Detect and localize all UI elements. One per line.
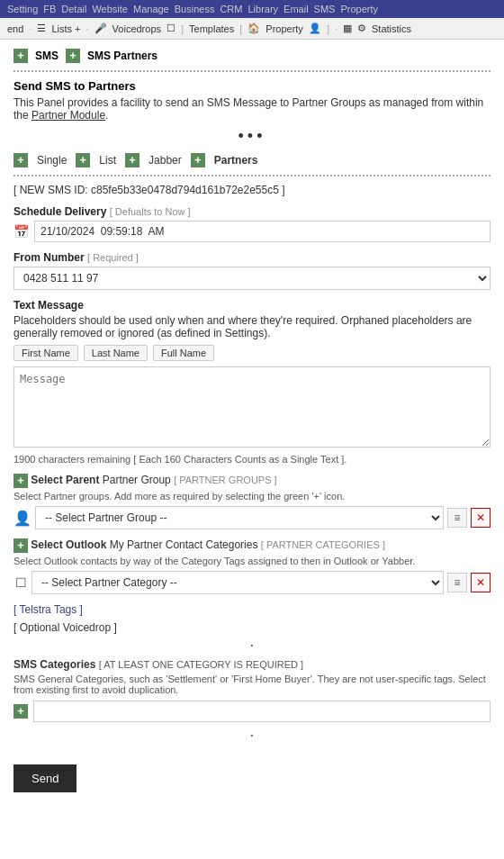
select-partner-description: Select Partner groups. Add more as requi…: [14, 491, 490, 502]
nav-business[interactable]: Business: [175, 4, 215, 14]
nav-lists-icon: ☰: [37, 23, 46, 34]
nav-library[interactable]: Library: [248, 4, 278, 14]
sms-partners-label: SMS Partners: [87, 50, 158, 62]
nav-statistics[interactable]: Statistics: [372, 23, 411, 34]
partner-group-plus-icon[interactable]: +: [14, 474, 28, 488]
nav-detail[interactable]: Detail: [61, 4, 86, 14]
category-add-row: +: [14, 701, 490, 722]
nav-sep-2: ·: [86, 23, 89, 34]
select-outlook-description: Select Outlook contacts by way of the Ca…: [14, 556, 490, 566]
sms-categories: SMS Categories [ AT LEAST ONE CATEGORY I…: [14, 658, 490, 722]
panel-description: This Panel provides a facility to send a…: [14, 96, 490, 122]
select-partner-title: + Select Parent Partner Group [ PARTNER …: [14, 474, 490, 488]
from-number-select[interactable]: 0428 511 11 97: [14, 267, 490, 290]
section-header: + SMS + SMS Partners: [14, 49, 490, 63]
partner-group-select[interactable]: -- Select Partner Group --: [35, 506, 444, 529]
sms-categories-desc: SMS General Categories, such as 'Settlem…: [14, 674, 490, 695]
nav-voicedrops[interactable]: Voicedrops: [112, 23, 161, 34]
outlook-category-select[interactable]: -- Select Partner Category --: [32, 571, 444, 594]
main-content: + SMS + SMS Partners Send SMS to Partner…: [0, 40, 504, 819]
tab-row: + Single + List + Jabber + Partners: [14, 153, 490, 167]
nav-templates[interactable]: Templates: [189, 23, 234, 34]
nav-sep-4: [: [239, 23, 242, 34]
from-number-label: From Number [ Required ]: [14, 251, 490, 264]
nav-mic-icon: 🎤: [94, 23, 107, 34]
nav-sep-1: ·: [29, 23, 32, 34]
schedule-delivery-label: Schedule Delivery [ Defualts to Now ]: [14, 205, 490, 218]
nav-person-icon: 👤: [309, 23, 321, 34]
partner-group-menu-btn[interactable]: ≡: [447, 508, 467, 528]
dots-row: •••: [14, 127, 490, 146]
nav-property[interactable]: Property: [266, 23, 303, 34]
jabber-tab-plus[interactable]: +: [125, 153, 140, 167]
divider-2: [14, 175, 490, 176]
outlook-category-remove-btn[interactable]: ✕: [471, 573, 490, 592]
telstra-tags[interactable]: [ Telstra Tags ]: [14, 603, 490, 616]
second-nav: end · ☰ Lists + · 🎤 Voicedrops ☐ ] Templ…: [0, 18, 504, 40]
checkbox-icon: ☐: [14, 575, 28, 590]
send-button[interactable]: Send: [14, 764, 76, 792]
select-outlook-title: + Select Outlook My Partner Contact Cate…: [14, 538, 490, 553]
nav-sms[interactable]: SMS: [314, 4, 336, 14]
small-dot-1: •: [14, 641, 490, 649]
placeholder-tags: First Name Last Name Full Name: [14, 345, 490, 361]
text-message-description: Placeholders should be used only when an…: [14, 314, 490, 339]
sms-categories-title: SMS Categories [ AT LEAST ONE CATEGORY I…: [14, 658, 490, 671]
category-input[interactable]: [33, 701, 490, 722]
category-add-icon[interactable]: +: [14, 704, 28, 719]
tab-single[interactable]: Single: [37, 154, 67, 167]
message-textarea[interactable]: [14, 366, 490, 448]
select-partner-row: 👤 -- Select Partner Group -- ≡ ✕: [14, 506, 490, 529]
nav-lists[interactable]: Lists +: [51, 23, 80, 34]
person-icon: 👤: [14, 510, 32, 527]
outlook-plus-icon[interactable]: +: [14, 538, 28, 553]
placeholder-firstname[interactable]: First Name: [14, 345, 78, 361]
datetime-input-row: 📅: [14, 221, 490, 242]
select-outlook-section: + Select Outlook My Partner Contact Cate…: [14, 538, 490, 594]
nav-sep-5: ]: [327, 23, 329, 34]
small-dot-2: •: [14, 731, 490, 739]
nav-manage[interactable]: Manage: [133, 4, 169, 14]
top-nav: Setting FB Detail Website Manage Busines…: [0, 0, 504, 18]
divider-1: [14, 70, 490, 72]
tab-list[interactable]: List: [99, 154, 116, 167]
panel-title: Send SMS to Partners: [14, 79, 490, 93]
outlook-category-menu-btn[interactable]: ≡: [447, 573, 467, 592]
nav-gear-icon[interactable]: ⚙: [357, 23, 366, 34]
placeholder-fullname[interactable]: Full Name: [153, 345, 214, 361]
nav-sep-6: ·: [335, 23, 338, 34]
tab-partners[interactable]: Partners: [214, 154, 258, 167]
calendar-icon: 📅: [14, 224, 29, 239]
char-count: 1900 characters remaining [ Each 160 Cha…: [14, 454, 490, 465]
nav-property[interactable]: Property: [340, 4, 378, 14]
tab-jabber[interactable]: Jabber: [148, 154, 182, 167]
nav-fb[interactable]: FB: [43, 4, 56, 14]
nav-chart-icon: ▦: [343, 23, 352, 34]
nav-crm[interactable]: CRM: [220, 4, 242, 14]
nav-property-icon: 🏠: [248, 23, 260, 34]
nav-voicedrop-box-icon: ☐: [166, 23, 176, 34]
nav-sep-3: ]: [181, 23, 184, 34]
nav-setting[interactable]: Setting: [7, 4, 38, 14]
new-sms-id: [ NEW SMS ID: c85fe5b33e0478d794d161b72e…: [14, 184, 490, 196]
sms-plus-icon[interactable]: +: [14, 49, 28, 63]
partner-module-link[interactable]: Partner Module: [32, 109, 105, 122]
text-message-label: Text Message: [14, 299, 490, 312]
partners-tab-plus[interactable]: +: [191, 153, 205, 167]
placeholder-lastname[interactable]: Last Name: [84, 345, 148, 361]
nav-end[interactable]: end: [7, 23, 23, 34]
datetime-field[interactable]: [34, 221, 490, 242]
optional-voicedrop: [ Optional Voicedrop ]: [14, 621, 490, 634]
sms-partners-plus-icon[interactable]: +: [66, 49, 80, 63]
single-tab-plus[interactable]: +: [14, 153, 28, 167]
sms-label: SMS: [35, 50, 58, 62]
list-tab-plus[interactable]: +: [76, 153, 90, 167]
nav-website[interactable]: Website: [92, 4, 128, 14]
select-partner-section: + Select Parent Partner Group [ PARTNER …: [14, 474, 490, 529]
nav-email[interactable]: Email: [284, 4, 309, 14]
select-outlook-row: ☐ -- Select Partner Category -- ≡ ✕: [14, 571, 490, 594]
partner-group-remove-btn[interactable]: ✕: [471, 508, 490, 528]
